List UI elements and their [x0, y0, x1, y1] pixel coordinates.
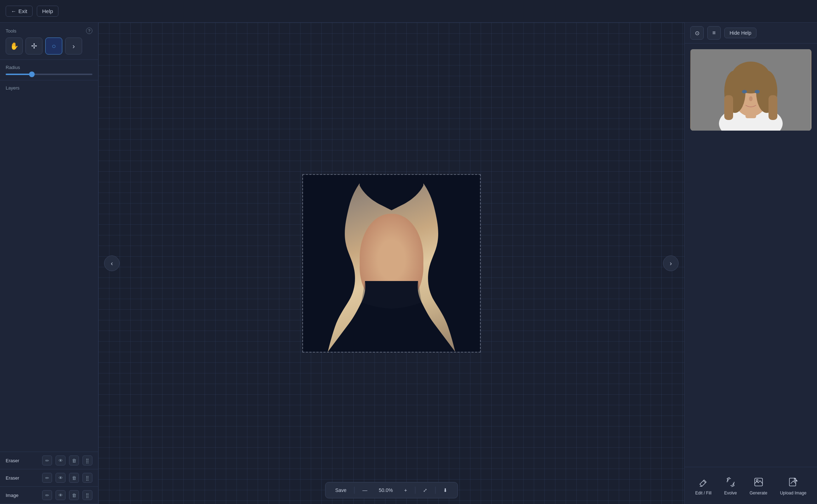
evolve-button[interactable]: Evolve [720, 473, 741, 498]
layer-delete-btn-3[interactable]: 🗑 [69, 490, 79, 500]
erase-tool-button[interactable]: ○ [45, 38, 62, 55]
tools-label: Tools [6, 28, 16, 34]
edit-fill-icon [697, 476, 710, 488]
hide-help-button[interactable]: Hide Help [724, 28, 756, 38]
zoom-out-button[interactable]: — [359, 486, 371, 494]
download-button[interactable]: ⬇ [440, 486, 451, 494]
tools-row: ✋ ✢ ○ › [6, 38, 92, 55]
tools-info-icon[interactable]: ? [86, 28, 92, 34]
svg-rect-8 [769, 95, 777, 120]
svg-point-10 [755, 90, 760, 93]
svg-rect-7 [724, 95, 733, 120]
layer-item-eraser-2: Eraser ✏ 👁 🗑 ⣿ [0, 469, 98, 487]
upload-image-button[interactable]: Upload Image [776, 473, 811, 498]
edit-fill-button[interactable]: Edit / Fill [691, 473, 716, 498]
layer-delete-btn-1[interactable]: 🗑 [69, 456, 79, 465]
right-settings-icon[interactable]: ⊙ [690, 26, 704, 40]
svg-point-13 [756, 480, 758, 481]
generate-icon [752, 476, 765, 488]
bottom-actions: Edit / Fill Evolve [685, 467, 817, 504]
help-label: Help [42, 8, 53, 14]
canvas-prev-button[interactable]: ‹ [104, 256, 120, 271]
layer-visible-btn-3[interactable]: 👁 [56, 490, 65, 500]
layer-drag-btn-3[interactable]: ⣿ [82, 490, 92, 500]
tools-section: Tools ? ✋ ✢ ○ › [0, 23, 98, 60]
save-button[interactable]: Save [332, 486, 350, 494]
left-sidebar: Tools ? ✋ ✢ ○ › Radius Layers [0, 23, 98, 504]
svg-point-9 [742, 90, 747, 93]
exit-button[interactable]: ← Exit [6, 6, 33, 17]
layer-visible-btn-2[interactable]: 👁 [56, 473, 65, 483]
preview-svg [690, 49, 811, 131]
svg-point-11 [749, 96, 753, 101]
right-panel: ⊙ ≡ Hide Help [684, 23, 817, 504]
canvas-image-wrapper [302, 174, 481, 353]
layer-list: Eraser ✏ 👁 🗑 ⣿ Eraser ✏ 👁 🗑 ⣿ Image ✏ 👁 … [0, 452, 98, 504]
evolve-icon [724, 476, 737, 488]
next-tool-button[interactable]: › [65, 38, 82, 55]
toolbar-divider-2 [415, 487, 415, 494]
radius-label: Radius [6, 65, 92, 70]
upload-image-icon [787, 476, 800, 488]
move-tool-button[interactable]: ✢ [25, 38, 42, 55]
preview-image [690, 49, 811, 131]
zoom-value: 50.0% [375, 487, 396, 493]
top-bar-left: ← Exit Help [6, 6, 58, 17]
canvas-area: ‹ [98, 23, 684, 504]
layer-visible-btn-1[interactable]: 👁 [56, 456, 65, 465]
main-layout: Tools ? ✋ ✢ ○ › Radius Layers [0, 23, 817, 504]
arrow-left-icon: ← [11, 8, 16, 14]
layer-drag-btn-2[interactable]: ⣿ [82, 473, 92, 483]
top-bar: ← Exit Help [0, 0, 817, 23]
right-content [685, 136, 817, 467]
layer-edit-btn-2[interactable]: ✏ [42, 473, 52, 483]
right-menu-icon[interactable]: ≡ [707, 26, 721, 40]
zoom-in-button[interactable]: + [401, 486, 411, 494]
radius-slider[interactable] [6, 74, 92, 75]
layer-delete-btn-2[interactable]: 🗑 [69, 473, 79, 483]
help-button[interactable]: Help [37, 6, 58, 17]
canvas-next-button[interactable]: › [663, 256, 679, 271]
slider-fill [6, 74, 32, 75]
toolbar-divider-1 [354, 487, 355, 494]
slider-thumb[interactable] [29, 71, 35, 77]
mask-svg [303, 175, 480, 352]
layer-edit-btn-3[interactable]: ✏ [42, 490, 52, 500]
hand-tool-button[interactable]: ✋ [6, 38, 23, 55]
right-top-bar: ⊙ ≡ Hide Help [685, 23, 817, 44]
fit-button[interactable]: ⤢ [419, 486, 431, 494]
layers-label: Layers [6, 85, 92, 91]
generate-button[interactable]: Generate [745, 473, 772, 498]
exit-label: Exit [18, 8, 27, 14]
layers-section: Layers [0, 80, 98, 452]
layer-edit-btn-1[interactable]: ✏ [42, 456, 52, 465]
bottom-toolbar: Save — 50.0% + ⤢ ⬇ [325, 482, 458, 498]
layer-item-image: Image ✏ 👁 🗑 ⣿ [0, 487, 98, 504]
layer-item-eraser-1: Eraser ✏ 👁 🗑 ⣿ [0, 452, 98, 469]
layer-drag-btn-1[interactable]: ⣿ [82, 456, 92, 465]
svg-point-6 [731, 62, 770, 93]
radius-section: Radius [0, 60, 98, 80]
tools-label-row: Tools ? [6, 28, 92, 34]
canvas-image [303, 175, 480, 352]
preview-thumbnail [690, 49, 811, 131]
toolbar-divider-3 [435, 487, 435, 494]
